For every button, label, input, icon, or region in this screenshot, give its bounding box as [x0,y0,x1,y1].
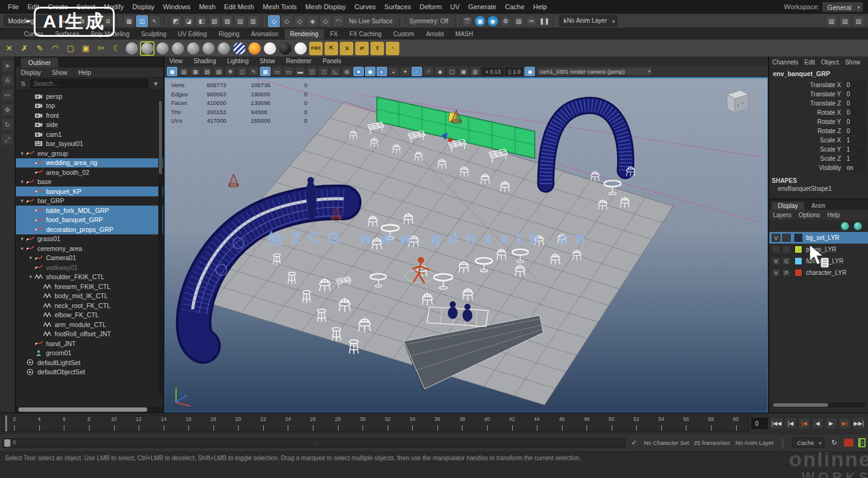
outliner-item-base[interactable]: ▾base [16,177,163,187]
outliner-item-bar_GRP[interactable]: ▾bar_GRP [16,196,163,206]
timeline-frame-12[interactable]: 12 [126,415,152,431]
outliner-item-top[interactable]: top [16,101,163,111]
expand-arrow[interactable]: ▾ [27,255,34,261]
outliner-item-env_group[interactable]: ▾env_group [16,148,163,158]
scale-tool-icon[interactable]: ⤢ [2,134,13,145]
2d-pan-zoom-icon[interactable]: ✥ [225,67,236,76]
layer-row-furniture_LYR[interactable]: VCfurniture_LYR [769,255,868,267]
outliner-search-input[interactable] [31,79,148,88]
channel-box-menu-object[interactable]: Object [818,59,842,66]
layer-menu-help[interactable]: Help [823,212,843,218]
filter-icon[interactable]: ▼ [151,80,161,87]
outliner-menu-display[interactable]: Display [16,69,46,76]
outliner-item-area_booth_02[interactable]: area_booth_02 [16,168,163,177]
menu-mesh-display[interactable]: Mesh Display [301,0,350,13]
magnet-grid-icon[interactable]: ◇ [268,15,280,27]
outliner-item-wedding_area_rig[interactable]: wedding_area_rig [16,158,163,168]
outliner-item-banquet_KP[interactable]: banquet_KP [16,187,163,196]
fps-field[interactable]: 25 frames/sec [694,439,731,446]
expand-arrow[interactable]: ▾ [27,274,34,280]
channel-value[interactable]: 1 [845,155,867,163]
outliner-item-defaultObjectSet[interactable]: defaultObjectSet [16,368,163,377]
flush-cache-icon[interactable] [844,439,853,447]
check-icon[interactable]: ✓ [629,438,639,448]
move-tool-icon[interactable]: ✥ [2,104,13,115]
rotate-tool-icon[interactable]: ↻ [2,119,13,130]
fbx-export-icon[interactable]: FBX [309,42,323,55]
greasepencil-icon[interactable]: ✎ [248,67,259,76]
pause-viewport-icon[interactable]: ❚❚ [539,15,550,27]
character-set-field[interactable]: No Character Set [644,439,689,446]
cache-dropdown[interactable]: Cache [792,438,824,448]
outliner-item-arm_module_CTL[interactable]: arm_module_CTL [16,320,163,330]
render-camera-icon[interactable]: ◉ [524,67,535,76]
channel-value[interactable]: 0 [845,81,867,89]
detach-curves-icon[interactable]: ✄ [94,42,108,55]
image-plane-icon[interactable]: ▨ [213,67,224,76]
layer-menu-layers[interactable]: Layers [769,212,795,218]
snap-curve-icon[interactable]: ◫ [136,15,148,27]
outliner-item-persp[interactable]: persp [16,91,163,101]
timeline-frame-40[interactable]: 40 [475,415,500,431]
layer-tab-anim[interactable]: Anim [805,202,832,210]
layer-menu-options[interactable]: Options [795,212,823,218]
channel-value[interactable]: 0 [845,90,867,98]
range-slider[interactable]: 0 ⋮ [2,438,626,448]
viewport-menu-panels[interactable]: Panels [318,58,347,64]
channel-value[interactable]: 1 [845,145,867,153]
viewport-menu-lighting[interactable]: Lighting [222,58,253,64]
multisample-icon[interactable]: ✧ [423,67,434,76]
menu-mesh-tools[interactable]: Mesh Tools [258,0,301,13]
outliner-item-groom01[interactable]: groom01 [16,349,163,358]
timeline-frame-50[interactable]: 50 [599,415,624,431]
divider[interactable] [117,15,120,26]
channel-box-menu-channels[interactable]: Channels [769,59,801,66]
layer-color-swatch[interactable] [794,245,802,253]
timeline-frame-22[interactable]: 22 [251,415,276,431]
outliner-item-forearm_FKIK_CTL[interactable]: forearm_FKIK_CTL [16,282,163,291]
timeline-frame-48[interactable]: 48 [574,415,599,431]
wireframe-icon[interactable]: ◍ [342,67,352,76]
go-to-start-button[interactable]: |◀◀ [770,417,783,430]
exposure-field[interactable]: ◑ 0.13 [482,67,504,76]
timeline-frame-20[interactable]: 20 [226,415,251,431]
channel-box-menu-show[interactable]: Show [842,59,863,66]
channel-value[interactable]: 1 [845,136,867,144]
ipr-render-icon[interactable]: ◉ [487,15,499,27]
menu-curves[interactable]: Curves [350,0,380,13]
channel-box-menu-edit[interactable]: Edit [801,59,818,66]
timeline-frame-60[interactable]: 60 [723,415,748,431]
outliner-item-hand_JNT[interactable]: hand_JNT [16,339,163,349]
send-to-unity-icon[interactable]: ⇄ [355,42,369,55]
menu-deform[interactable]: Deform [415,0,446,13]
layer-playback-toggle[interactable]: C [782,257,791,265]
magnet-view-icon[interactable]: ◇ [320,15,331,27]
viewport-camera-selector[interactable]: cam1_0301 render camera (persp) [536,67,653,76]
magnet-point-icon[interactable]: ◇ [294,15,305,27]
shape-node-name[interactable]: envBanquetShape1 [769,185,868,192]
timeline-frame-4[interactable]: 4 [27,415,52,431]
current-frame-field[interactable]: 0 [751,418,768,429]
ramp-shader-icon[interactable] [248,42,261,55]
arc-tool-icon[interactable]: ◠ [48,42,62,55]
select-deform-icon[interactable]: ▥ [247,15,259,27]
shelf-tab-uv-editing[interactable]: UV Editing [172,29,212,39]
divider[interactable] [399,15,402,26]
outliner-item-defaultLightSet[interactable]: defaultLightSet [16,358,163,368]
shelf-tab-sculpting[interactable]: Sculpting [136,29,172,39]
insert-knot-icon[interactable]: ☾ [110,42,123,55]
texture-view-icon[interactable]: ▨ [513,15,524,27]
paint-select-tool-icon[interactable]: ✏ [2,90,13,101]
render-current-frame-icon[interactable]: ▣ [474,15,486,27]
timeline-frame-18[interactable]: 18 [201,415,226,431]
layer-row-props_LYR[interactable]: props_LYR [769,244,868,255]
menu-uv[interactable]: UV [446,0,464,13]
play-backwards-button[interactable]: ◀ [812,417,824,430]
magnet-live-icon[interactable]: ◠ [332,15,344,27]
layer-visibility-toggle[interactable] [772,245,780,253]
layer-playback-toggle[interactable] [782,234,791,242]
magnet-plane-icon[interactable]: ◈ [307,15,318,27]
snap-point-icon[interactable]: ↖ [149,15,161,27]
toon-material-icon[interactable] [217,42,231,55]
xray-icon[interactable]: ▣ [458,67,469,76]
